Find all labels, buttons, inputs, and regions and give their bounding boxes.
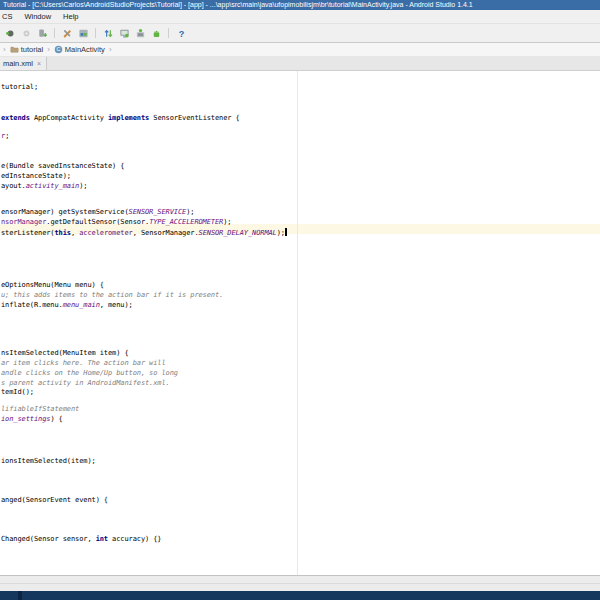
code-line[interactable]: anged(SensorEvent event) { (1, 496, 108, 504)
device-monitor-icon[interactable] (117, 27, 131, 39)
tab-label: main.xml (3, 59, 33, 68)
code-line[interactable]: r; (1, 132, 9, 140)
code-line[interactable]: u; this adds items to the action bar if … (1, 291, 223, 299)
text-caret (285, 228, 287, 236)
toolbar-separator (95, 28, 96, 38)
chevron-right-icon: › (3, 45, 6, 54)
taskbar-divider (18, 591, 22, 600)
chevron-right-icon: › (109, 45, 112, 54)
code-line[interactable]: andle clicks on the Home/Up button, so l… (1, 369, 178, 377)
right-margin-guide (297, 71, 298, 575)
code-line[interactable]: ionsItemSelected(item); (1, 457, 96, 465)
svg-text:C: C (56, 46, 60, 52)
editor-tab-bar: main.xml × (0, 57, 600, 71)
menu-item-vcs[interactable]: CS (0, 12, 18, 21)
breadcrumb-label: tutorial (21, 45, 44, 54)
toolbar-separator (54, 28, 55, 38)
code-line[interactable]: nsItemSelected(MenuItem item) { (1, 349, 129, 357)
code-editor[interactable]: tutorial;extends AppCompatActivity imple… (0, 71, 600, 575)
window-titlebar: Tutorial - [C:\Users\Carlos\AndroidStudi… (0, 0, 600, 10)
help-icon[interactable]: ? (174, 27, 188, 39)
window-title: Tutorial - [C:\Users\Carlos\AndroidStudi… (3, 1, 473, 8)
code-line[interactable]: Changed(Sensor sensor, int accuracy) {} (1, 535, 161, 543)
code-line[interactable]: sterListener(this, accelerometer, Sensor… (1, 228, 287, 237)
main-toolbar: ? (0, 24, 600, 43)
tab-main-xml[interactable]: main.xml × (0, 57, 47, 70)
code-line[interactable]: nsorManager.getDefaultSensor(Sensor.TYPE… (1, 218, 231, 226)
navigation-bar: › tutorial › C MainActivity › (0, 43, 600, 57)
code-line[interactable]: ion_settings) { (1, 415, 63, 423)
sync-icon[interactable] (19, 27, 33, 39)
code-line[interactable]: edInstanceState); (1, 172, 71, 180)
code-line[interactable]: ayout.activity_main); (1, 182, 87, 190)
avd-manager-icon[interactable] (149, 27, 163, 39)
svg-text:?: ? (178, 28, 184, 38)
code-line[interactable]: temId(); (1, 388, 34, 396)
status-bar (0, 575, 600, 591)
code-line[interactable]: ensorManager) getSystemService(SENSOR_SE… (1, 208, 194, 216)
compile-icon[interactable] (3, 27, 17, 39)
settings-wrench-icon[interactable] (60, 27, 74, 39)
code-line[interactable]: s parent activity in AndroidManifest.xml… (1, 379, 170, 387)
menu-item-window[interactable]: Window (18, 12, 57, 21)
status-bar-upper (0, 576, 600, 584)
code-line[interactable]: extends AppCompatActivity implements Sen… (1, 114, 240, 122)
code-line[interactable]: eOptionsMenu(Menu menu) { (1, 281, 104, 289)
windows-taskbar[interactable] (0, 591, 600, 600)
breadcrumb-label: MainActivity (65, 45, 105, 54)
code-line[interactable]: tutorial; (1, 83, 38, 91)
close-icon[interactable]: × (37, 60, 41, 67)
code-line[interactable]: inflate(R.menu.menu_main, menu); (1, 301, 133, 309)
code-line[interactable]: ar item clicks here. The action bar will (1, 359, 166, 367)
sdk-manager-icon[interactable] (133, 27, 147, 39)
chevron-right-icon: › (47, 45, 50, 54)
code-line[interactable]: e(Bundle savedInstanceState) { (1, 162, 124, 170)
gradle-sync-icon[interactable] (101, 27, 115, 39)
menu-bar: CS Window Help (0, 10, 600, 24)
toolbar-separator (168, 28, 169, 38)
module-deploy-icon[interactable] (35, 27, 49, 39)
project-structure-icon[interactable] (76, 27, 90, 39)
class-icon: C (54, 45, 63, 54)
folder-icon (10, 45, 19, 54)
breadcrumb-mainactivity[interactable]: C MainActivity (52, 45, 107, 54)
code-line[interactable]: lifiableIfStatement (1, 405, 79, 413)
breadcrumb-tutorial[interactable]: tutorial (8, 45, 46, 54)
menu-item-help[interactable]: Help (57, 12, 84, 21)
